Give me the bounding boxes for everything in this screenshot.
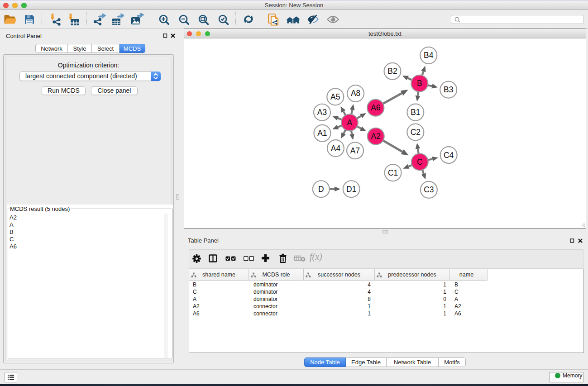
svg-text:A1: A1 [317,129,327,138]
svg-text:A5: A5 [330,92,340,101]
svg-text:A8: A8 [351,89,360,98]
svg-text:A2: A2 [371,132,381,141]
svg-text:B1: B1 [411,108,420,117]
svg-text:C3: C3 [424,185,434,194]
svg-text:A: A [347,118,353,127]
svg-text:D1: D1 [346,185,356,194]
svg-text:A6: A6 [371,103,380,112]
svg-text:A7: A7 [350,146,360,155]
svg-text:A3: A3 [317,108,327,117]
svg-text:B: B [417,79,422,88]
svg-text:B2: B2 [387,67,397,76]
svg-text:B3: B3 [444,85,453,94]
svg-text:D: D [318,185,324,194]
svg-text:B4: B4 [424,51,434,60]
svg-text:C2: C2 [411,128,421,137]
svg-text:C1: C1 [388,168,398,177]
svg-text:C4: C4 [444,151,454,160]
svg-text:A4: A4 [331,144,341,153]
svg-text:C: C [417,157,423,167]
